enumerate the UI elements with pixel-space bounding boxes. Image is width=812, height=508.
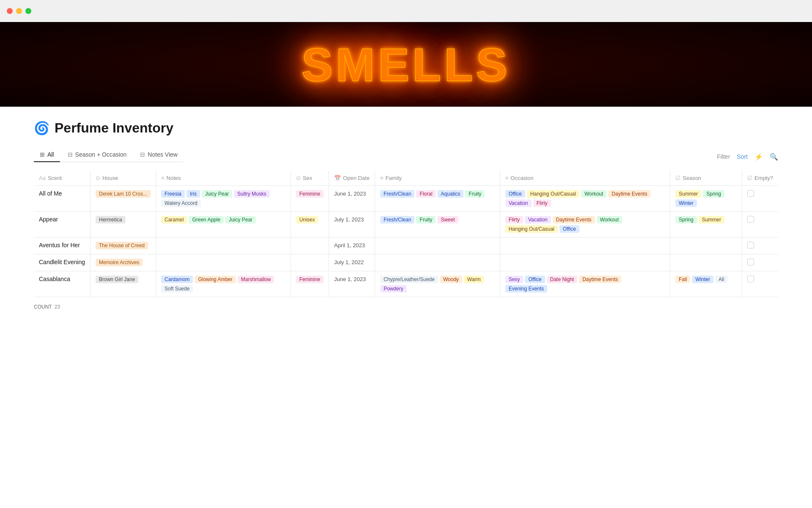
- banner: SMELLS: [0, 22, 812, 107]
- cell-notes: CardamomGlowing AmberMarshmallowSoft Sue…: [156, 271, 291, 297]
- tag: Caramel: [161, 216, 187, 224]
- search-icon[interactable]: 🔍: [770, 153, 778, 161]
- cell-open-date: July 1, 2023: [329, 212, 375, 237]
- tab-all[interactable]: ⊞ All: [34, 148, 60, 162]
- tag: Evening Events: [505, 285, 547, 293]
- tabs-bar: ⊞ All ⊟ Season + Occasion ⊟ Notes View: [34, 148, 184, 162]
- tag: Summer: [675, 190, 701, 198]
- empty-checkbox[interactable]: [747, 276, 754, 282]
- cell-open-date: June 1, 2023: [329, 271, 375, 297]
- cell-sex: Feminine: [291, 186, 329, 212]
- scent-name: All of Me: [39, 190, 62, 197]
- col-occasion: ≡Occasion: [500, 171, 670, 186]
- cell-family: Fresh/CleanFloralAquaticsFruity: [375, 186, 500, 212]
- empty-checkbox[interactable]: [747, 242, 754, 248]
- tab-season-occasion[interactable]: ⊟ Season + Occasion: [62, 148, 133, 162]
- cell-occasion: [500, 237, 670, 254]
- cell-house: Derek Lam 10 Cros...: [90, 186, 156, 212]
- scent-name: Candlelit Evening: [39, 259, 85, 265]
- sex-tag: Unisex: [296, 216, 318, 224]
- tag: Freesia: [161, 190, 185, 198]
- tag: Fresh/Clean: [380, 190, 414, 198]
- tag: Spring: [675, 216, 697, 224]
- col-scent: AaScent: [34, 171, 90, 186]
- col-house: ⊙House: [90, 171, 156, 186]
- date-value: June 1, 2023: [334, 190, 366, 197]
- cell-scent[interactable]: All of Me: [34, 186, 90, 212]
- cell-empty[interactable]: [742, 237, 778, 254]
- tab-season-label: Season + Occasion: [75, 151, 127, 158]
- page-title: Perfume Inventory: [55, 120, 173, 136]
- cell-notes: [156, 237, 291, 254]
- tag: Watery Accord: [161, 199, 201, 207]
- banner-text: SMELLS: [302, 38, 510, 91]
- cell-scent[interactable]: Appear: [34, 212, 90, 237]
- cell-family: [375, 237, 500, 254]
- tag: Summer: [699, 216, 724, 224]
- maximize-button[interactable]: [25, 8, 31, 14]
- cell-scent[interactable]: Candlelit Evening: [34, 254, 90, 271]
- tag: Marshmallow: [238, 276, 274, 283]
- count-label: COUNT: [34, 304, 52, 310]
- col-sex: ⊙Sex: [291, 171, 329, 186]
- cell-empty[interactable]: [742, 254, 778, 271]
- tag: Juicy Pear: [225, 216, 256, 224]
- tag: Powdery: [380, 285, 407, 293]
- tag: Daytime Events: [579, 276, 621, 283]
- minimize-button[interactable]: [16, 8, 22, 14]
- scent-name: Appear: [39, 216, 58, 223]
- tag: Chypre/Leather/Suede: [380, 276, 438, 283]
- cell-empty[interactable]: [742, 271, 778, 297]
- house-tag: Memoire Archives: [96, 259, 143, 266]
- cell-occasion: OfficeHanging Out/CasualWorkoutDaytime E…: [500, 186, 670, 212]
- tag: Daytime Events: [553, 216, 595, 224]
- sort-button[interactable]: Sort: [737, 153, 748, 160]
- empty-checkbox[interactable]: [747, 190, 754, 197]
- tag: Vacation: [505, 199, 532, 207]
- table-row: CasablancaBrown Girl JaneCardamomGlowing…: [34, 271, 778, 297]
- tag: Fruity: [465, 190, 485, 198]
- tag: Fresh/Clean: [380, 216, 414, 224]
- tag: Cardamom: [161, 276, 193, 283]
- cell-occasion: [500, 254, 670, 271]
- cell-house: Brown Girl Jane: [90, 271, 156, 297]
- scent-name: Aventus for Her: [39, 242, 80, 248]
- table-body: All of MeDerek Lam 10 Cros...FreesiaIris…: [34, 186, 778, 297]
- cell-notes: [156, 254, 291, 271]
- table-row: Aventus for HerThe House of CreedApril 1…: [34, 237, 778, 254]
- cell-scent[interactable]: Aventus for Her: [34, 237, 90, 254]
- close-button[interactable]: [7, 8, 13, 14]
- cell-scent[interactable]: Casablanca: [34, 271, 90, 297]
- tag: Warm: [464, 276, 484, 283]
- perfume-table: AaScent ⊙House ≡Notes ⊙Sex 📅Open Date ≡F…: [34, 171, 778, 297]
- scent-name: Casablanca: [39, 276, 70, 282]
- empty-checkbox[interactable]: [747, 259, 754, 265]
- cell-notes: FreesiaIrisJuicy PearSultry MusksWatery …: [156, 186, 291, 212]
- tag: Office: [560, 225, 579, 233]
- tab-season-icon: ⊟: [68, 151, 73, 158]
- cell-family: Fresh/CleanFruitySweet: [375, 212, 500, 237]
- empty-checkbox[interactable]: [747, 216, 754, 223]
- cell-empty[interactable]: [742, 186, 778, 212]
- tag: Workout: [597, 216, 622, 224]
- filter-button[interactable]: Filter: [717, 153, 730, 160]
- bolt-icon[interactable]: ⚡: [754, 153, 763, 161]
- tab-all-icon: ⊞: [40, 151, 45, 158]
- col-notes: ≡Notes: [156, 171, 291, 186]
- tag: Glowing Amber: [195, 276, 236, 283]
- tag: Workout: [581, 190, 606, 198]
- tag: Daytime Events: [608, 190, 650, 198]
- cell-empty[interactable]: [742, 212, 778, 237]
- table-row: Candlelit EveningMemoire ArchivesJuly 1,…: [34, 254, 778, 271]
- tag: Woody: [440, 276, 462, 283]
- house-tag: The House of Creed: [96, 242, 148, 249]
- tag: Winter: [692, 276, 713, 283]
- col-empty: ☑Empty?: [742, 171, 778, 186]
- cell-season: FallWinterAll: [670, 271, 742, 297]
- tab-notes-view[interactable]: ⊟ Notes View: [134, 148, 184, 162]
- cell-season: [670, 254, 742, 271]
- cell-occasion: SexyOfficeDate NightDaytime EventsEvenin…: [500, 271, 670, 297]
- house-tag: Hermetica: [96, 216, 126, 224]
- cell-season: SpringSummer: [670, 212, 742, 237]
- toolbar: Filter Sort ⚡ 🔍: [717, 153, 778, 161]
